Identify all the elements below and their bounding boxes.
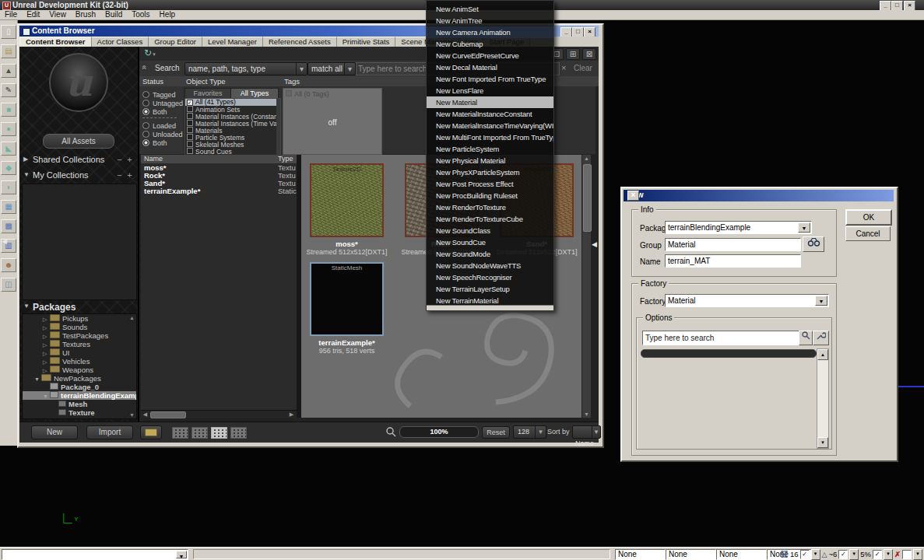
menu-brush[interactable]: Brush [71,10,100,19]
menu-build[interactable]: Build [100,10,127,19]
column-type[interactable]: Type [278,155,293,163]
menu-item-new-particlesystem[interactable]: New ParticleSystem [427,143,553,155]
tab-level-manager[interactable]: Level Manager [202,37,263,47]
asset-row-terrainexample[interactable]: terrainExample*Static [141,187,297,195]
search-match-select[interactable]: ▾match all [307,62,356,75]
vertical-scrollbar[interactable]: ▲ ▼ [581,155,591,418]
my-collections-list[interactable] [22,184,137,300]
radio-loaded[interactable]: Loaded [142,121,183,129]
horizontal-scrollbar[interactable]: ◀ ▶ [141,410,297,418]
thumbnail-image[interactable] [310,163,384,237]
open-file-icon[interactable]: ▤ [1,44,16,58]
menu-item-new-materialinstancetimevarying-wip[interactable]: New MaterialInstanceTimeVarying(WIP) [427,120,553,131]
chevron-down-icon[interactable]: ▼ [176,551,187,558]
menu-item-new-speechrecogniser[interactable]: New SpeechRecogniser [427,271,553,283]
cancel-button[interactable]: Cancel [845,226,891,241]
remove-collection-button[interactable]: − [115,155,124,164]
thumb-size-select[interactable]: ▾128 [513,425,546,439]
sort-select[interactable]: ▾Name [572,425,601,439]
package-tree-item-terrainblendingexample[interactable]: ▼terrainBlendingExample* [23,391,136,400]
type-filter-animation-sets[interactable]: Animation Sets [185,106,280,113]
menu-item-new-font-imported-from-truetype[interactable]: New Font Imported From TrueType [427,73,553,85]
menu-item-new-soundcue[interactable]: New SoundCue [427,236,553,248]
tab-actor-classes[interactable]: Actor Classes [92,37,149,47]
my-collections-row[interactable]: ▼ My Collections − + [19,170,138,182]
capture-package-thumbnails-icon[interactable]: ⊞ [566,48,580,60]
add-collection-button[interactable]: + [125,170,134,180]
new-file-icon[interactable]: ▯ [1,25,16,39]
scroll-up-icon[interactable]: ▲ [817,349,828,360]
menu-item-new-rendertotexture[interactable]: New RenderToTexture [427,201,553,213]
chevron-down-icon[interactable]: ▼ [811,549,820,560]
column-name[interactable]: Name [144,155,163,163]
scrollbar-thumb[interactable] [150,411,186,418]
scroll-up-icon[interactable]: ▲ [582,156,591,161]
type-filter-particle-systems[interactable]: Particle Systems [185,134,280,141]
drag-grid-checkbox[interactable]: ✓ [800,550,810,559]
list-scrollbar[interactable] [276,99,280,155]
volume-icon[interactable]: ▦ [1,200,16,214]
scale-grid-checkbox[interactable]: ✓ [873,550,882,559]
clear-thumbnails-icon[interactable]: ⊠ [582,48,596,60]
menu-item-new-rendertotexturecube[interactable]: New RenderToTextureCube [427,213,553,225]
scroll-right-icon[interactable]: ▶ [287,411,296,418]
radio-untagged[interactable]: Untagged [142,99,183,107]
geometry-cylinder-icon[interactable]: ● [1,122,16,136]
chevron-down-icon[interactable]: ▼ [913,549,922,560]
menu-item-new-soundclass[interactable]: New SoundClass [427,225,553,236]
factory-select[interactable]: Material▼ [665,294,829,307]
tab-group-editor[interactable]: Group Editor [149,37,202,47]
tab-all-types[interactable]: All Types [230,88,279,99]
menu-item-new-physxparticlesystem[interactable]: New PhysXParticleSystem [427,166,553,178]
menu-tools[interactable]: Tools [127,10,154,19]
radio-both[interactable]: Both [142,138,183,146]
radio-tagged[interactable]: Tagged [142,90,183,98]
search-scope-select[interactable]: ▾name, path, tags, type [184,62,307,75]
status-none-field-2[interactable]: None [716,549,767,560]
package-select[interactable]: terrainBlendingExample▼ [665,221,812,234]
menu-item-new-physical-material[interactable]: New Physical Material [427,155,553,166]
dialog-close-button[interactable]: × [627,191,639,201]
geometry-select-pen-icon[interactable]: ✎ [1,83,16,97]
collapse-search-icon[interactable]: « [140,65,149,70]
menu-item-new-decal-material[interactable]: New Decal Material [427,61,553,73]
geometry-cube-icon[interactable]: ■ [1,103,16,117]
menu-edit[interactable]: Edit [22,10,44,19]
chevron-down-icon[interactable]: ▼ [815,296,827,306]
type-filter-material-instances-time-varying[interactable]: Material Instances (Time Varying [185,120,280,127]
package-tree-item-package-0[interactable]: Package_0 [23,383,136,391]
reset-zoom-button[interactable]: Reset [482,426,510,439]
package-tree-item-ui[interactable]: ▷UI [23,348,136,357]
package-tree-item-pickups[interactable]: ▷Pickups [23,314,136,323]
scroll-down-icon[interactable]: ▼ [582,411,591,417]
open-package-folder-button[interactable] [140,425,162,439]
scrollbar-thumb[interactable] [583,164,592,232]
tag-item-off[interactable]: off [283,118,381,127]
scroll-left-icon[interactable]: ◀ [141,411,149,418]
options-advanced-button[interactable] [813,331,829,345]
package-tree-item-vehicles[interactable]: ▷Vehicles [23,357,136,366]
package-tree-item-weapons[interactable]: ▷Weapons [23,366,136,374]
radio-unloaded[interactable]: Unloaded [142,130,183,138]
clear-search-button[interactable]: Clear [574,64,592,72]
menu-file[interactable]: File [0,10,22,19]
package-tree-item-mesh[interactable]: Mesh [23,400,136,408]
expander-icon[interactable]: ▶ [23,156,28,163]
options-search-input[interactable] [642,331,800,345]
zoom-slider[interactable]: 100% [399,426,479,438]
tab-referenced-assets[interactable]: Referenced Assets [263,37,337,47]
menu-item-new-cubemap[interactable]: New Cubemap [427,38,553,50]
view-detail-list-icon[interactable] [172,427,188,439]
view-large-thumbnails-icon[interactable] [230,427,247,439]
type-filter-material-instances-constant[interactable]: Material Instances (Constant) [185,113,280,120]
menu-item-new-animtree[interactable]: New AnimTree [427,15,553,26]
terrain-mode-icon[interactable]: ▲ [1,64,16,78]
type-filter-skeletal-meshes[interactable]: Skeletal Meshes [185,141,280,148]
type-filter-materials[interactable]: Materials [185,127,280,134]
menu-view[interactable]: View [44,10,71,19]
chevron-down-icon[interactable]: ▼ [884,549,893,560]
view-medium-thumbnails-icon[interactable] [211,427,227,439]
add-collection-button[interactable]: + [125,155,134,164]
menu-item-new-procbuilding-ruleset[interactable]: New ProcBuilding Ruleset [427,190,553,201]
property-category-bar[interactable] [641,349,817,358]
